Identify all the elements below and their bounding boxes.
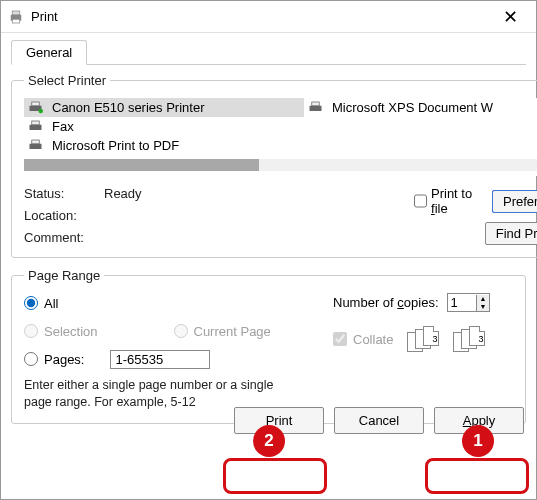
spinner-down-icon[interactable]: ▼: [477, 303, 490, 311]
radio-selection-input: [24, 324, 38, 338]
page-range-group: Page Range All Selection Curr: [11, 268, 526, 424]
spinner-up-icon[interactable]: ▲: [477, 295, 490, 303]
page-range-legend: Page Range: [24, 268, 104, 283]
svg-rect-6: [310, 105, 322, 110]
svg-rect-7: [312, 102, 320, 106]
svg-rect-1: [12, 11, 20, 15]
collate-checkbox: Collate 123 123: [333, 326, 513, 352]
radio-pages-input[interactable]: [24, 352, 38, 366]
fax-icon: [28, 120, 46, 134]
print-to-file-input[interactable]: [414, 194, 427, 208]
tab-general[interactable]: General: [11, 40, 87, 65]
svg-point-5: [39, 108, 44, 113]
radio-pages-label: Pages:: [44, 352, 84, 367]
svg-rect-8: [30, 124, 42, 129]
radio-all-input[interactable]: [24, 296, 38, 310]
window-title: Print: [31, 9, 490, 24]
cancel-button[interactable]: Cancel: [334, 407, 424, 434]
horizontal-scrollbar[interactable]: [24, 159, 537, 171]
annotation-box-print: [223, 458, 327, 494]
radio-selection-label: Selection: [44, 324, 97, 339]
radio-current-page: Current Page: [174, 324, 318, 339]
svg-rect-9: [32, 121, 40, 125]
radio-selection: Selection: [24, 324, 168, 339]
tabstrip: General: [11, 39, 526, 65]
scrollbar-thumb[interactable]: [24, 159, 259, 171]
print-button[interactable]: Print: [234, 407, 324, 434]
svg-rect-4: [32, 102, 40, 106]
print-to-file-checkbox[interactable]: Print to file: [414, 186, 484, 216]
location-label: Location:: [24, 208, 104, 223]
preferences-button[interactable]: Preferences: [492, 190, 537, 213]
dialog-footer: Print Cancel Apply: [234, 407, 524, 434]
comment-label: Comment:: [24, 230, 104, 245]
collate-icon: 123 123: [407, 326, 487, 352]
copies-label: Number of copies:: [333, 295, 439, 310]
printer-icon: [28, 101, 46, 115]
printer-name: Microsoft Print to PDF: [52, 138, 179, 153]
close-button[interactable]: ✕: [490, 6, 530, 28]
status-value: Ready: [104, 186, 414, 201]
svg-rect-2: [12, 19, 20, 23]
titlebar: Print ✕: [1, 1, 536, 33]
find-printer-button[interactable]: Find Printer...: [485, 222, 537, 245]
printer-icon: [308, 101, 326, 115]
svg-rect-11: [32, 140, 40, 144]
apply-button[interactable]: Apply: [434, 407, 524, 434]
copies-spinner[interactable]: ▲ ▼: [447, 293, 491, 312]
select-printer-group: Select Printer Canon E510 series Printer…: [11, 73, 537, 258]
page-range-hint: Enter either a single page number or a s…: [24, 377, 274, 411]
radio-all-label: All: [44, 296, 58, 311]
copies-input[interactable]: [448, 294, 476, 311]
printer-item[interactable]: Canon E510 series Printer: [24, 98, 304, 117]
status-label: Status:: [24, 186, 104, 201]
printer-list[interactable]: Canon E510 series Printer Microsoft XPS …: [24, 98, 537, 176]
annotation-box-apply: [425, 458, 529, 494]
printer-name: Fax: [52, 119, 74, 134]
printer-name: Canon E510 series Printer: [52, 100, 204, 115]
printer-icon: [7, 8, 25, 26]
printer-item[interactable]: Microsoft Print to PDF: [24, 136, 304, 155]
client-area: General Select Printer Canon E510 series…: [1, 33, 536, 444]
select-printer-legend: Select Printer: [24, 73, 110, 88]
radio-current-page-label: Current Page: [194, 324, 271, 339]
print-to-file-label: Print to file: [431, 186, 484, 216]
printer-item[interactable]: Fax: [24, 117, 304, 136]
print-dialog: Print ✕ General Select Printer Canon E51…: [0, 0, 537, 500]
pages-input[interactable]: [110, 350, 210, 369]
collate-label: Collate: [353, 332, 393, 347]
radio-all[interactable]: All: [24, 293, 317, 313]
radio-current-page-input: [174, 324, 188, 338]
printer-name: Microsoft XPS Document W: [332, 100, 493, 115]
radio-pages[interactable]: Pages:: [24, 349, 317, 369]
collate-input: [333, 332, 347, 346]
printer-icon: [28, 139, 46, 153]
svg-rect-10: [30, 143, 42, 148]
printer-item[interactable]: Microsoft XPS Document W: [304, 98, 537, 117]
